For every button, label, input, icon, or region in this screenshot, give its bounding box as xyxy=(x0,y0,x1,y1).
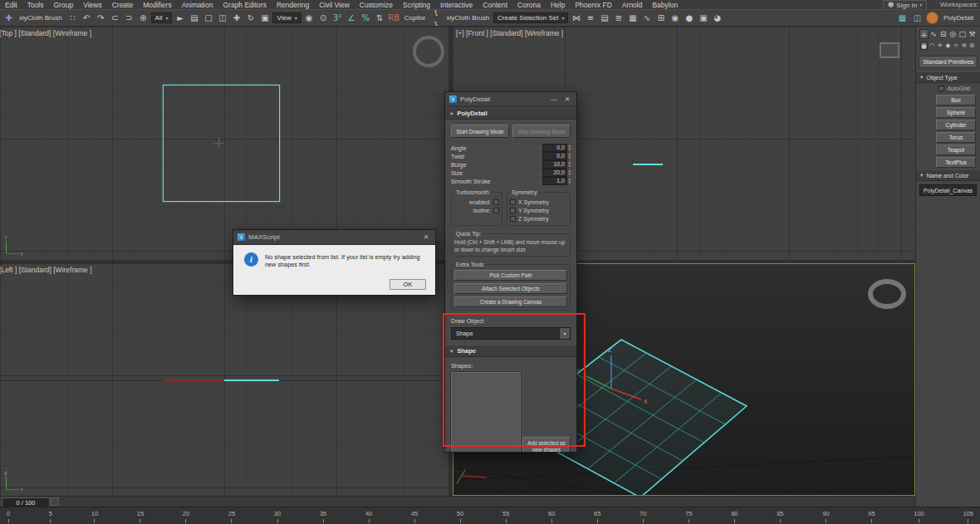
polycloth-brush-label[interactable]: xlyCloth Brush xyxy=(17,14,65,22)
mirror-icon[interactable]: ⋈ xyxy=(570,11,582,25)
menu-interactive[interactable]: Interactive xyxy=(435,1,478,9)
polycloth-brush-icon[interactable]: ✚ xyxy=(2,11,15,25)
ruler-tick[interactable]: 45 xyxy=(411,510,418,524)
ruler-tick[interactable]: 20 xyxy=(183,510,189,524)
ruler-tick[interactable]: 10 xyxy=(91,510,98,524)
canvas-plane-edge[interactable] xyxy=(224,380,279,381)
object-type-rollout[interactable]: ▼ Object Type xyxy=(916,71,980,83)
menu-group[interactable]: Group xyxy=(49,1,79,9)
cylinder-button[interactable]: Cylinder xyxy=(936,120,976,130)
ruler-tick[interactable]: 30 xyxy=(274,510,281,524)
rb-plugin-icon[interactable]: RB xyxy=(388,11,400,25)
canvas-plane-shape[interactable] xyxy=(163,85,280,202)
menu-help[interactable]: Help xyxy=(546,1,570,9)
spinner-down-icon[interactable]: ▾ xyxy=(569,164,571,168)
shapes-listbox[interactable] xyxy=(451,372,521,453)
box-button[interactable]: Box xyxy=(936,95,976,105)
spinner-down-icon[interactable]: ▾ xyxy=(569,156,571,159)
draw-object-dropdown[interactable]: Shape ▾ xyxy=(451,327,571,340)
ruler-tick[interactable]: 70 xyxy=(639,510,646,524)
maxscript-titlebar[interactable]: 3 MAXScript ✕ xyxy=(233,230,435,245)
viewport-label-left[interactable]: [+] [Left ] [Standard] [Wireframe ] xyxy=(0,266,92,274)
render-setup-icon[interactable]: ● xyxy=(683,11,695,25)
viewcube-compass[interactable] xyxy=(413,36,444,67)
torus-button[interactable]: Torus xyxy=(936,132,976,143)
frame-step-button[interactable] xyxy=(51,497,59,506)
start-drawing-mode-button[interactable]: Start Drawing Mode xyxy=(451,125,509,138)
ruler-tick[interactable]: 85 xyxy=(777,510,783,524)
motion-tab[interactable]: ◎ xyxy=(948,29,958,39)
modify-tab[interactable]: ∿ xyxy=(929,29,938,39)
select-and-rotate-icon[interactable]: ↻ xyxy=(244,11,257,25)
menu-animation[interactable]: Animation xyxy=(177,1,218,9)
checkbox-isoline[interactable] xyxy=(493,208,499,213)
chevron-down-icon[interactable]: ▾ xyxy=(559,328,570,339)
menu-babylon[interactable]: Babylon xyxy=(647,1,683,9)
ruler-tick[interactable]: 40 xyxy=(365,510,372,524)
checkbox-enabled[interactable] xyxy=(493,199,499,205)
object-name-field[interactable]: PolyDetail_Canvas xyxy=(919,184,977,196)
polydetail-toolbar-label[interactable]: PolyDetail xyxy=(941,14,976,22)
spinner-arrows-icon[interactable]: ▴▾ xyxy=(569,153,571,159)
select-by-name-icon[interactable]: ▤ xyxy=(188,11,200,25)
ruler-tick[interactable]: 75 xyxy=(685,510,692,524)
select-and-scale-icon[interactable]: ▣ xyxy=(258,11,271,25)
checkbox-y-symmetry[interactable] xyxy=(510,208,516,213)
ruler-tick[interactable]: 50 xyxy=(457,510,463,524)
viewcube-front[interactable] xyxy=(880,42,899,58)
geometry-icon[interactable]: ● xyxy=(920,42,928,50)
render-production-icon[interactable]: ◕ xyxy=(711,11,723,25)
schematic-view-icon[interactable]: ⊞ xyxy=(654,11,667,25)
menu-civil-view[interactable]: Civil View xyxy=(314,1,355,9)
menu-arnold[interactable]: Arnold xyxy=(617,1,648,9)
spinner-arrows-icon[interactable]: ▴▾ xyxy=(569,178,571,184)
angle-snap-icon[interactable]: ∠ xyxy=(345,11,358,25)
spinner-field-angle[interactable]: 0,0 xyxy=(542,144,567,152)
reference-coordinate-dropdown[interactable]: View▾ xyxy=(272,12,301,23)
checkbox-z-symmetry[interactable] xyxy=(510,216,516,222)
material-editor-icon[interactable]: ◉ xyxy=(669,11,681,25)
viewport-top[interactable]: [+] [Top ] [Standard] [Wireframe ] YX xyxy=(0,27,449,260)
ruler-tick[interactable]: 100 xyxy=(914,510,924,524)
align-icon[interactable]: ≡ xyxy=(584,11,596,25)
ruler-tick[interactable]: 105 xyxy=(963,510,973,524)
ruler-tick[interactable]: 65 xyxy=(594,510,600,524)
select-object-icon[interactable]: ► xyxy=(174,11,186,25)
ribbon-icon[interactable]: ▦ xyxy=(626,11,639,25)
autogrid-checkbox[interactable] xyxy=(938,86,944,91)
menu-create[interactable]: Create xyxy=(107,1,139,9)
helpers-icon[interactable]: ⊹ xyxy=(953,42,960,50)
selected-shape-edge[interactable] xyxy=(163,380,224,381)
rectangular-selection-icon[interactable]: □ xyxy=(202,11,214,25)
sphere-button[interactable]: Sphere xyxy=(936,107,976,118)
name-and-color-rollout[interactable]: ▼ Name and Color xyxy=(916,169,980,181)
close-icon[interactable]: ✕ xyxy=(421,233,431,241)
menu-graph-editors[interactable]: Graph Editors xyxy=(218,1,271,9)
utilities-tab[interactable]: ⚒ xyxy=(968,29,977,39)
create-a-drawing-canvas-button[interactable]: Create a Drawing Canvas xyxy=(454,296,567,307)
menu-views[interactable]: Views xyxy=(78,1,107,9)
spinner-field-twist[interactable]: 0,0 xyxy=(542,152,567,160)
close-icon[interactable]: ✕ xyxy=(562,95,572,103)
space-warps-icon[interactable]: ≋ xyxy=(960,42,968,50)
menu-modifiers[interactable]: Modifiers xyxy=(138,1,176,9)
menu-tools[interactable]: Tools xyxy=(22,1,49,9)
menu-customize[interactable]: Customize xyxy=(355,1,398,9)
primitive-category-dropdown[interactable]: Standard Primitives ▾ xyxy=(919,56,978,68)
create-tab[interactable]: + xyxy=(919,29,929,39)
curve-editor-icon[interactable]: ∿ xyxy=(640,11,653,25)
spinner-down-icon[interactable]: ▾ xyxy=(569,181,571,184)
track-bar[interactable]: 0 / 100 xyxy=(0,496,915,507)
spinner-field-smooth-stroke[interactable]: 1,0 xyxy=(542,177,567,185)
ruler-tick[interactable]: 90 xyxy=(822,510,829,524)
spinner-down-icon[interactable]: ▾ xyxy=(569,173,571,176)
canvas-plane-edge[interactable] xyxy=(633,164,663,165)
ruler-tick[interactable]: 55 xyxy=(502,510,509,524)
brace-icon[interactable]: { } xyxy=(430,9,443,27)
select-and-manipulate-icon[interactable]: ⊙ xyxy=(317,11,330,25)
timeline-ruler[interactable]: 0510152025303540455055606570758085909510… xyxy=(0,507,980,524)
ruler-tick[interactable]: 35 xyxy=(320,510,326,524)
spinner-arrows-icon[interactable]: ▴▾ xyxy=(569,169,571,176)
snap-toggle-icon[interactable]: 3² xyxy=(331,11,344,25)
spinner-field-size[interactable]: 20,0 xyxy=(542,169,567,177)
